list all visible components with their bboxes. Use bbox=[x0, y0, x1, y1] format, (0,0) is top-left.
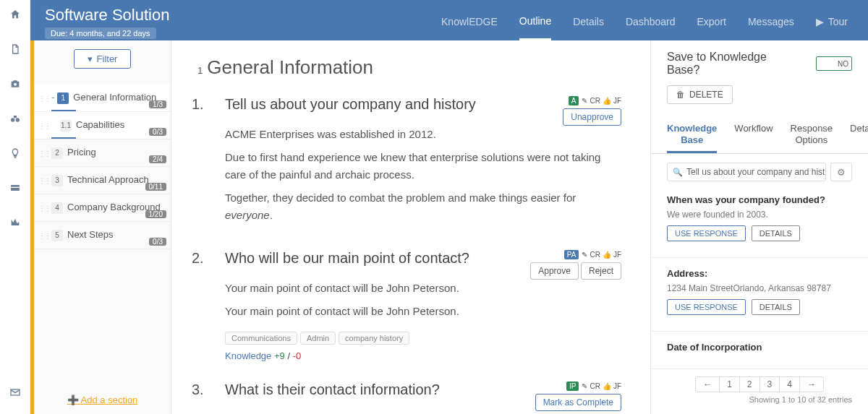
use-response-button[interactable]: USE RESPONSE bbox=[667, 225, 746, 241]
card-icon[interactable] bbox=[8, 181, 22, 195]
document-icon[interactable] bbox=[8, 42, 22, 56]
question-meta: IP✎ CR 👍 JFMark as Complete bbox=[535, 381, 621, 411]
delete-button[interactable]: 🗑 DELETE bbox=[667, 85, 733, 104]
panel-tab[interactable]: KnowledgeBase bbox=[667, 117, 717, 153]
nav-item-2[interactable]: ⋮⋮2Pricing2/4 bbox=[34, 139, 171, 167]
filter-label: Filter bbox=[97, 53, 118, 64]
nav-item-number: 3 bbox=[51, 175, 63, 186]
kb-entry: When was your company founded?We were fo… bbox=[667, 194, 852, 241]
header-tab-knowledge[interactable]: KnowlEDGE bbox=[441, 16, 498, 39]
nav-item-badge: 0/11 bbox=[145, 183, 166, 191]
header-tab-outline[interactable]: Outline bbox=[519, 15, 551, 40]
drag-handle-icon[interactable]: ⋮⋮ bbox=[38, 149, 50, 157]
app-header: Software Solution Due: 4 months, and 22 … bbox=[30, 0, 868, 40]
kb-entry-text: 1234 Main StreetOrlando, Arkansas 98787 bbox=[667, 283, 852, 293]
section-title: General Information bbox=[207, 56, 373, 78]
nav-item-number: 4 bbox=[51, 202, 63, 214]
add-section-link[interactable]: ➕ Add a section bbox=[34, 386, 171, 414]
question-action-button[interactable]: Unapprove bbox=[563, 108, 621, 126]
nav-item-number: 5 bbox=[51, 230, 63, 241]
header-tab-dashboard[interactable]: Dashboard bbox=[626, 16, 676, 39]
search-settings-button[interactable]: ⚙ bbox=[830, 163, 852, 181]
svg-point-1 bbox=[11, 118, 14, 121]
drag-handle-icon[interactable]: ⋮⋮ bbox=[38, 231, 50, 239]
question-action-button[interactable]: Mark as Complete bbox=[535, 394, 621, 411]
pager-item[interactable]: 3 bbox=[760, 377, 780, 392]
status-chip: IP bbox=[566, 381, 579, 391]
drag-handle-icon[interactable]: ⋮⋮ bbox=[38, 176, 50, 184]
details-button[interactable]: DETAILS bbox=[752, 299, 800, 315]
filter-button[interactable]: ▾ Filter bbox=[74, 49, 132, 69]
tag[interactable]: company history bbox=[339, 332, 409, 345]
nav-item-4[interactable]: ⋮⋮4Company Background1/20 bbox=[34, 194, 171, 222]
pager-item[interactable]: ← bbox=[696, 377, 720, 392]
answer-text: ACME Enterprises was established in 2012… bbox=[225, 126, 621, 143]
nav-item-badge: 0/3 bbox=[149, 238, 166, 246]
pager-item[interactable]: 2 bbox=[740, 377, 760, 392]
pencil-icon: ✎ bbox=[582, 251, 587, 259]
binoculars-icon[interactable] bbox=[8, 111, 22, 126]
camera-icon[interactable] bbox=[8, 77, 22, 91]
project-title: Software Solution bbox=[45, 6, 169, 25]
panel-tab[interactable]: ResponseOptions bbox=[791, 117, 833, 153]
nav-item-badge: 0/3 bbox=[149, 128, 166, 136]
drag-handle-icon[interactable]: ⋮⋮ bbox=[38, 121, 50, 129]
home-icon[interactable] bbox=[8, 7, 22, 22]
tag[interactable]: Admin bbox=[300, 332, 336, 345]
save-kb-toggle[interactable]: NO bbox=[816, 56, 852, 71]
tag[interactable]: Communications bbox=[225, 332, 297, 345]
use-response-button[interactable]: USE RESPONSE bbox=[667, 299, 746, 315]
filter-icon: ▾ bbox=[88, 53, 93, 64]
question-number: 1. bbox=[192, 96, 209, 230]
answer-text: Your main point of contact will be John … bbox=[225, 303, 621, 320]
lightbulb-icon[interactable] bbox=[8, 146, 22, 160]
drag-handle-icon[interactable]: ⋮⋮ bbox=[38, 94, 50, 102]
nav-item-1[interactable]: ⋮⋮-1General Information1/3 bbox=[34, 85, 171, 112]
nav-item-label: Pricing bbox=[67, 147, 96, 158]
question-title: What is their contact information? bbox=[225, 381, 440, 400]
nav-item-3[interactable]: ⋮⋮3Technical Approach0/11 bbox=[34, 167, 171, 194]
nav-item-badge: 2/4 bbox=[149, 155, 166, 163]
drag-handle-icon[interactable]: ⋮⋮ bbox=[38, 204, 50, 212]
details-button[interactable]: DETAILS bbox=[752, 225, 800, 241]
nav-item-number: 1.1 bbox=[60, 120, 72, 131]
pager-item[interactable]: 1 bbox=[720, 377, 740, 392]
question-title: Who will be our main point of contact? bbox=[225, 250, 469, 268]
question-reject-button[interactable]: Reject bbox=[581, 262, 621, 280]
kb-search-input[interactable]: 🔍 Tell us about your company and histo bbox=[667, 163, 826, 181]
pager-item[interactable]: 4 bbox=[780, 377, 800, 392]
thumbs-up-icon: 👍 bbox=[603, 97, 611, 105]
nav-item-5[interactable]: ⋮⋮5Next Steps0/3 bbox=[34, 222, 171, 249]
answer-text: Together, they decided to combat the pro… bbox=[225, 189, 621, 224]
nav-item-badge: 1/3 bbox=[149, 100, 166, 108]
pager-item[interactable]: → bbox=[800, 377, 823, 392]
delete-label: DELETE bbox=[689, 90, 723, 100]
pencil-icon: ✎ bbox=[582, 382, 587, 390]
header-tab-export[interactable]: Export bbox=[697, 16, 726, 39]
question-number: 3. bbox=[192, 381, 209, 414]
add-section-label: Add a section bbox=[81, 394, 138, 405]
chart-icon[interactable] bbox=[8, 215, 22, 230]
plus-icon: ➕ bbox=[67, 394, 81, 405]
mail-icon[interactable] bbox=[8, 385, 22, 400]
status-chip: PA bbox=[564, 250, 579, 259]
play-icon: ▶ bbox=[816, 16, 824, 27]
panel-tab[interactable]: Details bbox=[850, 117, 868, 153]
panel-tab[interactable]: Workflow bbox=[734, 117, 773, 153]
svg-point-0 bbox=[14, 83, 17, 86]
header-tab-details[interactable]: Details bbox=[573, 16, 604, 39]
due-badge: Due: 4 months, and 22 days bbox=[45, 27, 156, 39]
kb-entry-title: Address: bbox=[667, 268, 852, 279]
kb-entry: Date of Incorporation bbox=[667, 342, 852, 353]
nav-item-1.1[interactable]: ⋮⋮1.1Capabilities0/3 bbox=[34, 112, 171, 139]
question-action-button[interactable]: Approve bbox=[530, 262, 579, 280]
nav-item-number: 2 bbox=[51, 147, 63, 159]
tour-button[interactable]: ▶ Tour bbox=[816, 16, 848, 39]
question: 3.What is their contact information?IP✎ … bbox=[192, 381, 621, 414]
question: 2.Who will be our main point of contact?… bbox=[192, 250, 621, 361]
question: 1.Tell us about your company and history… bbox=[192, 96, 621, 230]
header-tab-messages[interactable]: Messages bbox=[748, 16, 794, 39]
svg-rect-5 bbox=[11, 187, 20, 188]
kb-entry-text: We were founded in 2003. bbox=[667, 210, 852, 220]
kb-entry-title: When was your company founded? bbox=[667, 194, 852, 205]
